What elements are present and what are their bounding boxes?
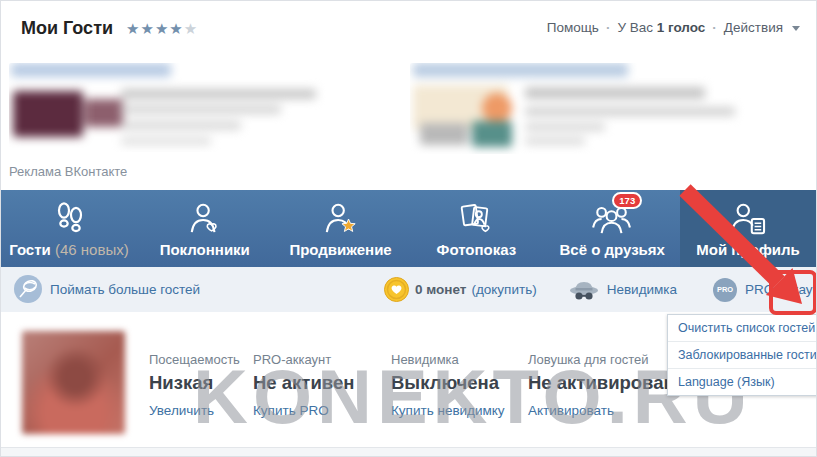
person-heart-icon [182, 202, 228, 236]
main-tab-bar: Гости (46 новых) Поклонники Продвижение [1, 190, 816, 267]
tab-photo-show-label: Фотопоказ [437, 241, 517, 258]
stat-invisible: Невидимка Выключена Купить невидимку [391, 352, 505, 418]
tab-photo-show[interactable]: Фотопоказ [408, 190, 544, 267]
pro-badge-icon: PRO [713, 278, 737, 302]
stat-value: Не активен [253, 372, 354, 394]
tab-my-profile-label: Мой профиль [696, 241, 800, 258]
photos-heart-icon [453, 202, 499, 236]
person-star-icon [318, 202, 364, 236]
pro-account-link[interactable]: PRO-аккаунт [745, 282, 817, 297]
increase-visits-link[interactable]: Увеличить [149, 403, 240, 418]
tab-guests[interactable]: Гости (46 новых) [1, 190, 137, 267]
stat-value: Не активирован [528, 372, 675, 394]
buy-pro-link[interactable]: Купить PRO [253, 403, 354, 418]
menu-item-language[interactable]: Language (Язык) [668, 368, 817, 395]
tab-all-about-friends-label: Всё о друзьях [560, 241, 665, 258]
footer-strip [1, 447, 816, 457]
stat-label: Невидимка [391, 352, 505, 367]
stat-label: PRO-аккаунт [253, 352, 354, 367]
tab-promotion-label: Продвижение [289, 241, 391, 258]
footprints-icon [46, 202, 92, 236]
tab-admirers[interactable]: Поклонники [137, 190, 273, 267]
stat-label: Посещаемость [149, 352, 240, 367]
tab-admirers-label: Поклонники [160, 241, 250, 258]
net-icon [14, 275, 42, 303]
stat-visits: Посещаемость Низкая Увеличить [149, 352, 240, 418]
ad-banner-left[interactable] [9, 63, 393, 152]
stat-label: Ловушка для гостей [528, 352, 675, 367]
buy-invisible-link[interactable]: Купить невидимку [391, 403, 505, 418]
chevron-down-icon [792, 26, 800, 31]
page-title: Мои Гости [21, 18, 113, 39]
separator-dot: · [712, 20, 717, 35]
ad-right-blurred-content [410, 63, 746, 154]
stat-value: Низкая [149, 372, 240, 394]
menu-item-blocked-guests[interactable]: Заблокированные гости [668, 341, 817, 368]
tab-my-profile[interactable]: Мой профиль [680, 190, 816, 267]
settings-dropdown-menu: Очистить список гостей Заблокированные г… [667, 314, 817, 396]
my-guests-app-window: Мои Гости ★★★★★ Помощь · У Вас 1 голос ·… [0, 0, 817, 457]
spy-hat-icon [569, 278, 599, 302]
catch-more-guests-button[interactable]: Поймать больше гостей [14, 275, 200, 303]
help-link[interactable]: Помощь [547, 20, 599, 35]
actions-menu-trigger[interactable]: Действия [724, 20, 783, 35]
rating-stars: ★★★★★ [126, 21, 198, 36]
stat-guest-trap: Ловушка для гостей Не активирован Активи… [528, 352, 675, 418]
buy-coins-link[interactable]: (докупить) [471, 282, 536, 297]
ads-label: Реклама ВКонтакте [9, 164, 127, 179]
stat-value: Выключена [391, 372, 505, 394]
catch-more-guests-label: Поймать больше гостей [50, 282, 200, 297]
tab-all-about-friends[interactable]: 173 Всё о друзьях [544, 190, 680, 267]
menu-item-clear-guest-list[interactable]: Очистить список гостей [668, 315, 817, 341]
ad-banner-right[interactable] [410, 63, 746, 154]
tab-promotion[interactable]: Продвижение [273, 190, 409, 267]
coins-balance: 0 монет [415, 282, 466, 297]
sub-toolbar: Поймать больше гостей 0 монет (докупить)… [1, 267, 816, 312]
separator-dot: · [606, 20, 611, 35]
coin-icon [384, 277, 409, 302]
friends-notification-badge: 173 [612, 192, 642, 209]
person-document-icon [725, 202, 771, 236]
votes-status: У Вас 1 голос [617, 20, 705, 35]
tab-guests-new-count: (46 новых) [55, 241, 129, 258]
tab-guests-label: Гости (46 новых) [9, 241, 129, 258]
invisible-mode-link[interactable]: Невидимка [607, 282, 677, 297]
ad-left-blurred-content [9, 63, 393, 152]
stat-pro-account: PRO-аккаунт Не активен Купить PRO [253, 352, 354, 418]
app-header: Мои Гости ★★★★★ Помощь · У Вас 1 голос ·… [1, 1, 816, 57]
avatar[interactable] [22, 331, 125, 434]
activate-trap-link[interactable]: Активировать [528, 403, 675, 418]
